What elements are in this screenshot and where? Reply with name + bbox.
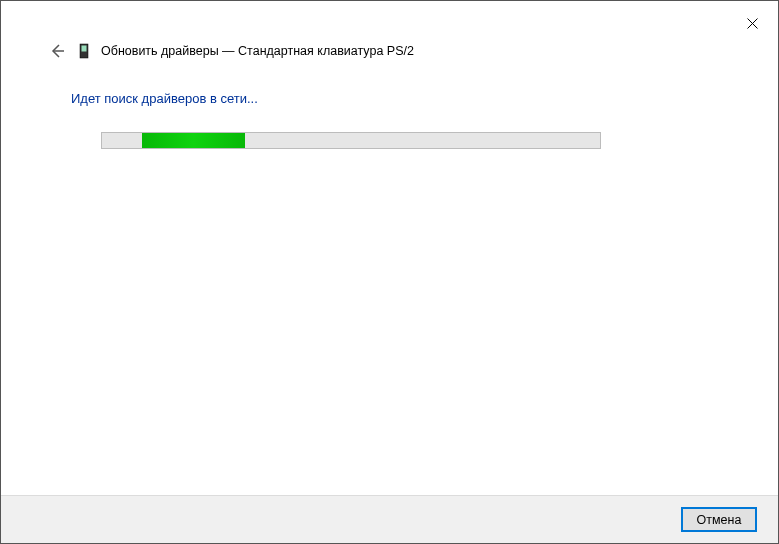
device-icon: [77, 42, 91, 60]
header: Обновить драйверы — Стандартная клавиату…: [1, 37, 778, 71]
titlebar: [1, 1, 778, 37]
svg-rect-4: [82, 46, 87, 52]
driver-update-dialog: Обновить драйверы — Стандартная клавиату…: [1, 1, 778, 543]
progress-bar-track: [101, 132, 601, 149]
back-arrow-icon: [49, 43, 65, 59]
window-title: Обновить драйверы — Стандартная клавиату…: [101, 44, 414, 58]
close-icon: [747, 18, 758, 29]
progress-bar-indicator: [142, 133, 245, 148]
back-button[interactable]: [47, 41, 67, 61]
footer: Отмена: [1, 495, 778, 543]
close-button[interactable]: [730, 9, 774, 37]
status-text: Идет поиск драйверов в сети...: [71, 91, 708, 106]
cancel-button[interactable]: Отмена: [682, 508, 756, 531]
content-area: Идет поиск драйверов в сети...: [1, 71, 778, 495]
